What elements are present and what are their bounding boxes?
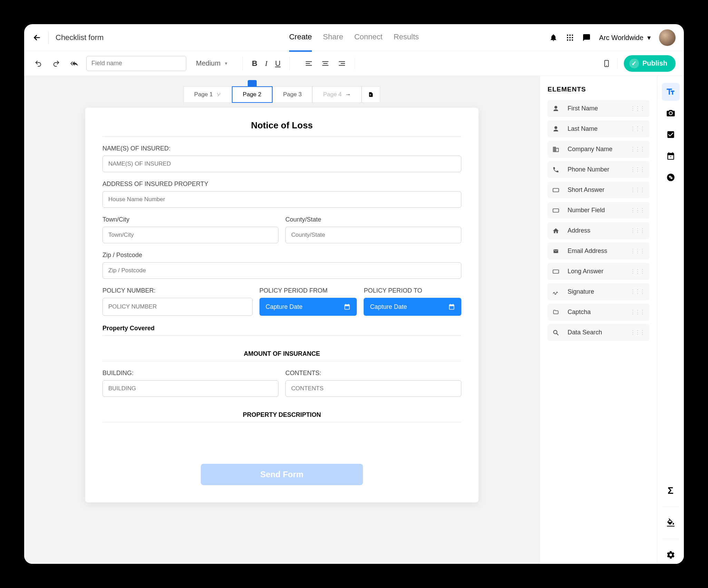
input-building[interactable] xyxy=(102,380,278,397)
size-label: Medium xyxy=(196,59,220,67)
date-to-label: Capture Date xyxy=(370,303,407,311)
element-email[interactable]: Email Address ⋮⋮⋮ xyxy=(548,243,649,259)
label-policy-number: POLICY NUMBER: xyxy=(102,287,253,294)
svg-point-2 xyxy=(572,35,573,36)
section-property-covered: Property Covered xyxy=(102,325,461,336)
publish-label: Publish xyxy=(642,59,667,67)
element-last-name[interactable]: Last Name ⋮⋮⋮ xyxy=(548,120,649,137)
element-label: Address xyxy=(568,227,624,234)
date-to-button[interactable]: Capture Date xyxy=(364,298,461,316)
element-label: Data Search xyxy=(568,329,624,336)
svg-point-1 xyxy=(569,35,571,36)
section-property-desc: PROPERTY DESCRIPTION xyxy=(102,406,461,422)
label-names-insured: NAME(S) OF INSURED: xyxy=(102,145,461,152)
align-right-icon[interactable] xyxy=(336,58,348,69)
logic-icon xyxy=(216,92,221,97)
element-signature[interactable]: Signature ⋮⋮⋮ xyxy=(548,283,649,300)
publish-button[interactable]: ✓ Publish xyxy=(624,55,676,72)
input-policy-number[interactable] xyxy=(102,298,253,316)
svg-point-7 xyxy=(569,39,571,41)
header: Checklist form Create Share Connect Resu… xyxy=(24,24,684,51)
input-county[interactable] xyxy=(285,227,461,243)
tab-create[interactable]: Create xyxy=(289,24,312,52)
element-captcha[interactable]: Captcha ⋮⋮⋮ xyxy=(548,304,649,321)
send-form-button[interactable]: Send Form xyxy=(201,464,363,485)
avatar[interactable] xyxy=(659,29,676,46)
rail-checkbox-icon[interactable] xyxy=(662,126,680,144)
align-left-icon[interactable] xyxy=(303,58,315,69)
element-first-name[interactable]: First Name ⋮⋮⋮ xyxy=(548,100,649,117)
element-short-answer[interactable]: Short Answer ⋮⋮⋮ xyxy=(548,182,649,198)
page-tab-4[interactable]: Page 4 → xyxy=(312,86,362,103)
drag-handle-icon: ⋮⋮⋮ xyxy=(630,207,645,214)
add-page-button[interactable] xyxy=(362,86,380,103)
label-address: ADDRESS OF INSURED PROPERTY xyxy=(102,180,461,188)
size-select[interactable]: Medium ▼ xyxy=(193,59,236,67)
drag-handle-icon: ⋮⋮⋮ xyxy=(630,248,645,254)
svg-point-0 xyxy=(567,35,568,36)
rail-swap-icon[interactable] xyxy=(662,168,680,186)
element-number-field[interactable]: Number Field ⋮⋮⋮ xyxy=(548,202,649,219)
format-group: B I U xyxy=(243,57,290,70)
drag-handle-icon: ⋮⋮⋮ xyxy=(630,166,645,173)
underline-icon[interactable]: U xyxy=(273,57,283,70)
svg-point-5 xyxy=(572,37,573,38)
rail-sigma-icon[interactable]: Σ xyxy=(662,482,680,500)
date-from-button[interactable]: Capture Date xyxy=(259,298,357,316)
page-tab-2[interactable]: Page 2 xyxy=(232,86,273,103)
divider xyxy=(48,31,49,44)
input-names-insured[interactable] xyxy=(102,156,461,172)
rail-settings-icon[interactable] xyxy=(662,546,680,564)
element-label: Email Address xyxy=(568,247,624,255)
fieldname-input[interactable] xyxy=(86,56,186,71)
tab-connect[interactable]: Connect xyxy=(354,24,383,52)
svg-rect-26 xyxy=(667,526,675,527)
tab-results[interactable]: Results xyxy=(394,24,419,52)
label-building: BUILDING: xyxy=(102,370,278,377)
element-label: Number Field xyxy=(568,207,624,214)
header-right: Arc Worldwide ▾ xyxy=(549,29,676,46)
org-name: Arc Worldwide xyxy=(599,34,643,41)
page-tab-3[interactable]: Page 3 xyxy=(273,86,313,103)
input-zip[interactable] xyxy=(102,262,461,279)
rail-text-icon[interactable] xyxy=(662,83,680,101)
form-title: Notice of Loss xyxy=(102,120,461,137)
home-icon xyxy=(552,227,561,234)
apps-grid-icon[interactable] xyxy=(566,33,574,42)
element-phone[interactable]: Phone Number ⋮⋮⋮ xyxy=(548,161,649,178)
svg-rect-22 xyxy=(553,270,559,273)
drag-handle-icon: ⋮⋮⋮ xyxy=(630,105,645,112)
input-house[interactable] xyxy=(102,191,461,208)
rail-calendar-icon[interactable] xyxy=(662,147,680,165)
element-data-search[interactable]: Data Search ⋮⋮⋮ xyxy=(548,324,649,341)
align-center-icon[interactable] xyxy=(319,58,331,69)
back-arrow-icon[interactable] xyxy=(32,33,41,42)
check-circle-icon: ✓ xyxy=(629,59,639,68)
org-dropdown[interactable]: Arc Worldwide ▾ xyxy=(599,33,651,42)
redo-icon[interactable] xyxy=(50,58,62,69)
page-tab-1[interactable]: Page 1 xyxy=(184,86,232,103)
element-company[interactable]: Company Name ⋮⋮⋮ xyxy=(548,141,649,158)
element-address[interactable]: Address ⋮⋮⋮ xyxy=(548,222,649,239)
reply-all-icon[interactable] xyxy=(68,58,80,69)
drag-handle-icon: ⋮⋮⋮ xyxy=(630,268,645,275)
notifications-icon[interactable] xyxy=(549,33,558,42)
chevron-down-icon: ▼ xyxy=(224,61,228,66)
page-label: Page 4 xyxy=(323,91,342,98)
element-long-answer[interactable]: Long Answer ⋮⋮⋮ xyxy=(548,263,649,280)
tab-share[interactable]: Share xyxy=(323,24,343,52)
rail-fill-icon[interactable] xyxy=(662,514,680,532)
italic-icon[interactable]: I xyxy=(263,57,269,70)
svg-rect-21 xyxy=(553,209,559,212)
page-label: Page 1 xyxy=(194,91,213,98)
chat-icon[interactable] xyxy=(582,33,591,42)
toolbar: Medium ▼ B I U ✓ Publish xyxy=(24,51,684,76)
undo-icon[interactable] xyxy=(32,58,44,69)
label-zip: Zip / Postcode xyxy=(102,252,461,259)
arrow-right-icon: → xyxy=(345,91,351,98)
bold-icon[interactable]: B xyxy=(250,57,259,70)
mobile-preview-icon[interactable] xyxy=(596,59,618,68)
input-contents[interactable] xyxy=(285,380,461,397)
input-town[interactable] xyxy=(102,227,278,243)
rail-camera-icon[interactable] xyxy=(662,104,680,122)
